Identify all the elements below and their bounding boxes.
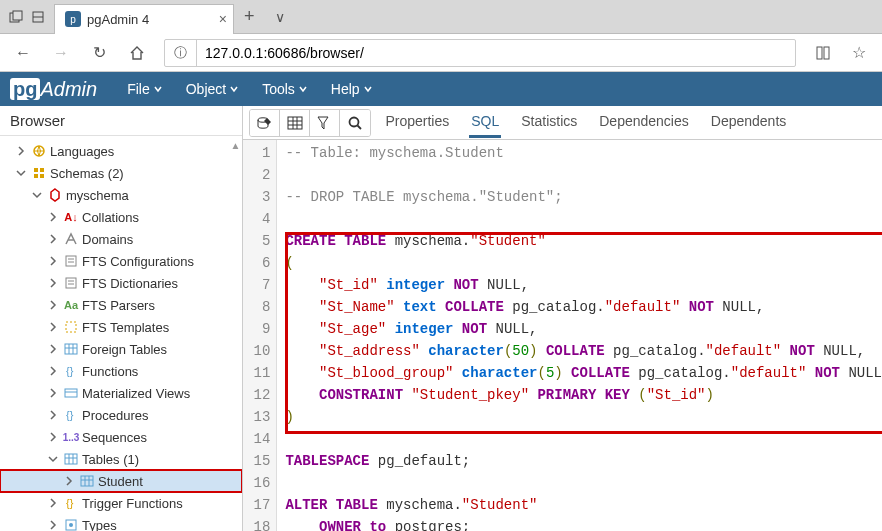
expand-icon[interactable] [48, 256, 62, 266]
tree-node[interactable]: Tables (1) [0, 448, 242, 470]
tree-node[interactable]: FTS Configurations [0, 250, 242, 272]
svg-point-45 [350, 117, 359, 126]
favorite-icon[interactable]: ☆ [842, 38, 876, 68]
fts-dict-icon [62, 275, 80, 291]
code-line: "St_address" character(50) COLLATE pg_ca… [285, 340, 882, 362]
tree-node[interactable]: {}Functions [0, 360, 242, 382]
browser-sidebar: Browser ▲ LanguagesSchemas (2)myschemaA↓… [0, 106, 243, 531]
svg-rect-40 [288, 117, 302, 129]
tab-statistics[interactable]: Statistics [519, 107, 579, 138]
tree-node[interactable]: Types [0, 514, 242, 531]
tree-node-label: FTS Parsers [82, 298, 155, 313]
tree-node[interactable]: {}Trigger Functions [0, 492, 242, 514]
home-button[interactable] [120, 38, 154, 68]
edit-object-button[interactable] [250, 110, 280, 136]
expand-icon[interactable] [16, 168, 30, 178]
window-icon[interactable] [8, 9, 24, 25]
svg-point-38 [69, 523, 73, 527]
code-lines: -- Table: myschema.Student -- DROP TABLE… [277, 140, 882, 531]
code-line: CREATE TABLE myschema."Student" [285, 230, 882, 252]
filter-button[interactable] [310, 110, 340, 136]
browser-tab[interactable]: p pgAdmin 4 × [54, 4, 234, 34]
dock-icon[interactable] [30, 9, 46, 25]
trigger-fn-icon: {} [62, 495, 80, 511]
tree-node[interactable]: AaFTS Parsers [0, 294, 242, 316]
expand-icon[interactable] [48, 410, 62, 420]
expand-icon[interactable] [48, 498, 62, 508]
tree-node[interactable]: FTS Templates [0, 316, 242, 338]
expand-icon[interactable] [48, 300, 62, 310]
tree-node[interactable]: Foreign Tables [0, 338, 242, 360]
tab-dependencies[interactable]: Dependencies [597, 107, 691, 138]
tree-node[interactable]: Student [0, 470, 242, 492]
back-button[interactable]: ← [6, 38, 40, 68]
url-bar[interactable]: ⓘ [164, 39, 796, 67]
tab-properties[interactable]: Properties [383, 107, 451, 138]
browser-nav-bar: ← → ↻ ⓘ ☆ [0, 34, 882, 72]
tree-node[interactable]: {}Procedures [0, 404, 242, 426]
tree-node[interactable]: 1..3Sequences [0, 426, 242, 448]
svg-rect-1 [13, 11, 22, 20]
procedure-icon: {} [62, 407, 80, 423]
fts-template-icon [62, 319, 80, 335]
tree-node[interactable]: Languages [0, 140, 242, 162]
expand-icon[interactable] [16, 146, 30, 156]
object-tree[interactable]: ▲ LanguagesSchemas (2)myschemaA↓Collatio… [0, 136, 242, 531]
tree-node[interactable]: myschema [0, 184, 242, 206]
forward-button[interactable]: → [44, 38, 78, 68]
view-data-button[interactable] [280, 110, 310, 136]
url-input[interactable] [197, 45, 795, 61]
tab-sql[interactable]: SQL [469, 107, 501, 138]
expand-icon[interactable] [48, 432, 62, 442]
reader-icon[interactable] [806, 38, 840, 68]
tree-node-label: Sequences [82, 430, 147, 445]
expand-icon[interactable] [48, 278, 62, 288]
tree-node[interactable]: Domains [0, 228, 242, 250]
svg-rect-20 [65, 344, 77, 354]
new-tab-button[interactable]: + [234, 6, 265, 27]
expand-icon[interactable] [32, 190, 46, 200]
sequence-icon: 1..3 [62, 429, 80, 445]
tree-node-label: Types [82, 518, 117, 532]
tree-node[interactable]: Schemas (2) [0, 162, 242, 184]
menu-help[interactable]: Help [321, 75, 382, 103]
browser-actions: ☆ [806, 38, 876, 68]
expand-icon[interactable] [48, 366, 62, 376]
menu-object[interactable]: Object [176, 75, 248, 103]
tablist-chevron-icon[interactable]: ∨ [265, 9, 295, 25]
scroll-up-icon[interactable]: ▲ [231, 140, 241, 151]
expand-icon[interactable] [48, 388, 62, 398]
svg-rect-32 [81, 476, 93, 486]
refresh-button[interactable]: ↻ [82, 38, 116, 68]
menu-tools[interactable]: Tools [252, 75, 317, 103]
code-line: CONSTRAINT "Student_pkey" PRIMARY KEY ("… [285, 384, 882, 406]
lang-icon [30, 143, 48, 159]
expand-icon[interactable] [48, 212, 62, 222]
expand-icon[interactable] [64, 476, 78, 486]
menu-file[interactable]: File [117, 75, 172, 103]
close-tab-icon[interactable]: × [219, 11, 227, 27]
tree-node[interactable]: A↓Collations [0, 206, 242, 228]
tree-node[interactable]: FTS Dictionaries [0, 272, 242, 294]
expand-icon[interactable] [48, 520, 62, 530]
schema-icon [30, 165, 48, 181]
svg-rect-13 [66, 256, 76, 266]
tree-node[interactable]: Materialized Views [0, 382, 242, 404]
tab-dependents[interactable]: Dependents [709, 107, 789, 138]
expand-icon[interactable] [48, 344, 62, 354]
svg-rect-28 [65, 454, 77, 464]
expand-icon[interactable] [48, 454, 62, 464]
domain-icon [62, 231, 80, 247]
protocol-info-icon[interactable]: ⓘ [165, 40, 197, 66]
svg-rect-9 [34, 168, 38, 172]
expand-icon[interactable] [48, 234, 62, 244]
tree-node-label: Procedures [82, 408, 148, 423]
search-button[interactable] [340, 110, 370, 136]
svg-rect-10 [40, 168, 44, 172]
code-line [285, 164, 882, 186]
tree-node-label: FTS Dictionaries [82, 276, 178, 291]
code-line [285, 428, 882, 450]
sql-editor[interactable]: 123456789101112131415161718 -- Table: my… [243, 140, 882, 531]
tree-node-label: Tables (1) [82, 452, 139, 467]
expand-icon[interactable] [48, 322, 62, 332]
